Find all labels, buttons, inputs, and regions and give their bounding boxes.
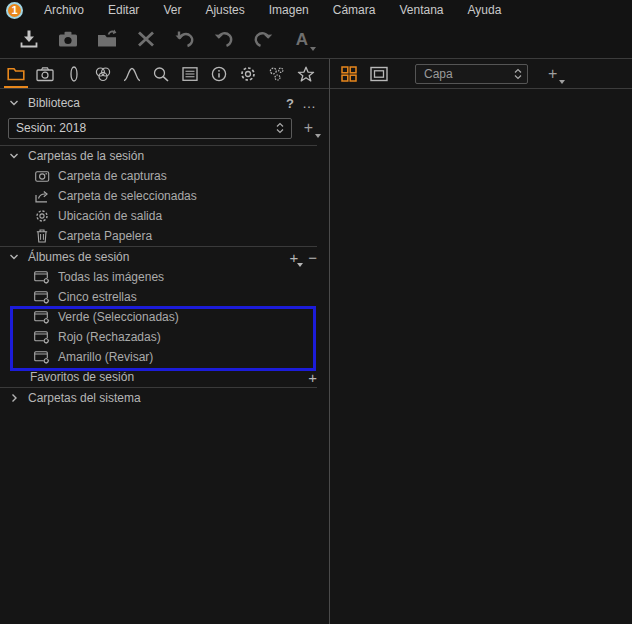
- tree-item-label: Verde (Seleccionadas): [58, 310, 179, 324]
- tree-item-label: Rojo (Rechazadas): [58, 330, 161, 344]
- tree-item-label: Amarillo (Revisar): [58, 350, 153, 364]
- capture-one-logo-icon: 1: [6, 2, 23, 19]
- add-session-button[interactable]: +: [300, 120, 317, 136]
- menu-editar[interactable]: Editar: [96, 3, 151, 17]
- menu-ajustes[interactable]: Ajustes: [193, 3, 256, 17]
- add-layer-glyph: +: [548, 65, 557, 82]
- tree-item-capture-folder[interactable]: Carpeta de capturas: [0, 166, 329, 186]
- selects-folder-icon: [34, 190, 50, 203]
- add-session-glyph: +: [304, 119, 313, 136]
- import-icon[interactable]: [17, 27, 41, 51]
- session-select[interactable]: Sesión: 2018: [8, 118, 292, 139]
- dropdown-caret-icon: [297, 263, 303, 267]
- info-tab-icon[interactable]: [209, 59, 229, 89]
- open-session-icon[interactable]: [95, 27, 119, 51]
- stepper-icon: [514, 67, 522, 81]
- section-label: Favoritos de sesión: [30, 370, 134, 384]
- section-session-albums[interactable]: Álbumes de sesión + −: [0, 247, 329, 267]
- dropdown-caret-icon: [310, 47, 316, 51]
- library-header: Biblioteca ? …: [0, 89, 329, 117]
- layer-select[interactable]: Capa: [415, 64, 528, 84]
- tree-item-label: Carpeta de capturas: [58, 169, 167, 183]
- chevron-down-icon: [8, 251, 20, 263]
- adjustments-tab-gear-icon[interactable]: [238, 59, 258, 89]
- smart-album-icon: [34, 270, 50, 284]
- section-session-folders[interactable]: Carpetas de la sesión: [0, 146, 329, 166]
- delete-icon[interactable]: [134, 27, 158, 51]
- dropdown-caret-icon: [559, 80, 565, 84]
- tree-item-five-stars[interactable]: Cinco estrellas: [0, 287, 329, 307]
- tools-panel: Biblioteca ? … Sesión: 2018 +: [0, 59, 330, 624]
- tree-item-label: Cinco estrellas: [58, 290, 137, 304]
- tree-item-label: Todas las imágenes: [58, 270, 164, 284]
- camera-icon[interactable]: [56, 27, 80, 51]
- add-album-button[interactable]: +: [289, 250, 298, 265]
- layer-select-value: Capa: [424, 67, 453, 81]
- process-tab-icon[interactable]: [267, 59, 287, 89]
- section-system-folders[interactable]: Carpetas del sistema: [0, 388, 329, 408]
- menu-ventana[interactable]: Ventana: [387, 3, 455, 17]
- trash-folder-icon: [34, 229, 50, 243]
- section-label: Carpetas de la sesión: [28, 149, 144, 163]
- smart-album-icon: [34, 310, 50, 324]
- help-icon[interactable]: ?: [278, 96, 302, 111]
- tree-item-output-location[interactable]: Ubicación de salida: [0, 206, 329, 226]
- viewer-toolbar: Capa +: [330, 59, 632, 89]
- undo-icon[interactable]: [212, 27, 236, 51]
- tree-item-red-rejects[interactable]: Rojo (Rechazadas): [0, 327, 329, 347]
- tree-item-all-images[interactable]: Todas las imágenes: [0, 267, 329, 287]
- tree-item-yellow-review[interactable]: Amarillo (Revisar): [0, 347, 329, 367]
- tree-item-trash-folder[interactable]: Carpeta Papelera: [0, 226, 329, 246]
- more-options-icon[interactable]: …: [302, 95, 317, 111]
- chevron-down-icon[interactable]: [8, 97, 20, 109]
- smart-album-icon: [34, 330, 50, 344]
- library-title: Biblioteca: [28, 96, 80, 110]
- exposure-tab-icon[interactable]: [122, 59, 142, 89]
- capture-tab-camera-icon[interactable]: [35, 59, 55, 89]
- image-viewer-area: [330, 89, 632, 624]
- capture-folder-camera-icon: [34, 170, 50, 182]
- viewer-panel: Capa +: [330, 59, 632, 624]
- menu-ver[interactable]: Ver: [151, 3, 193, 17]
- library-panel: Biblioteca ? … Sesión: 2018 +: [0, 89, 329, 624]
- chevron-down-icon: [8, 150, 20, 162]
- section-label: Álbumes de sesión: [28, 250, 129, 264]
- color-tab-icon[interactable]: [93, 59, 113, 89]
- tree-item-label: Carpeta de seleccionadas: [58, 189, 197, 203]
- tool-tab-bar: [0, 59, 329, 89]
- tree-item-selects-folder[interactable]: Carpeta de seleccionadas: [0, 186, 329, 206]
- lens-tab-icon[interactable]: [64, 59, 84, 89]
- section-label: Carpetas del sistema: [28, 391, 141, 405]
- smart-album-icon: [34, 290, 50, 304]
- ratings-tab-star-icon[interactable]: [296, 59, 316, 89]
- menu-imagen[interactable]: Imagen: [257, 3, 321, 17]
- menu-ayuda[interactable]: Ayuda: [456, 3, 514, 17]
- section-session-favorites[interactable]: Favoritos de sesión +: [0, 367, 329, 387]
- annotations-label: A: [296, 31, 308, 48]
- add-favorite-button[interactable]: +: [308, 370, 317, 385]
- tree-item-label: Carpeta Papelera: [58, 229, 152, 243]
- stepper-icon: [276, 121, 284, 135]
- dropdown-caret-icon: [315, 134, 321, 138]
- capture-one-window: 1 Archivo Editar Ver Ajustes Imagen Cáma…: [0, 0, 632, 624]
- reset-adjustments-icon[interactable]: [173, 27, 197, 51]
- metadata-tab-list-icon[interactable]: [180, 59, 200, 89]
- library-tab-folder-icon[interactable]: [6, 59, 26, 89]
- grid-view-icon[interactable]: [338, 63, 360, 85]
- add-layer-button[interactable]: +: [544, 66, 561, 82]
- menubar: 1 Archivo Editar Ver Ajustes Imagen Cáma…: [0, 0, 632, 20]
- menu-camara[interactable]: Cámara: [321, 3, 388, 17]
- chevron-right-icon: [8, 392, 20, 404]
- main-toolbar: A: [0, 20, 632, 59]
- annotations-icon[interactable]: A: [290, 27, 314, 51]
- menu-archivo[interactable]: Archivo: [32, 3, 96, 17]
- details-tab-magnifier-icon[interactable]: [151, 59, 171, 89]
- smart-album-icon: [34, 350, 50, 364]
- session-select-value: Sesión: 2018: [16, 121, 86, 135]
- remove-album-button[interactable]: −: [308, 250, 317, 265]
- redo-icon[interactable]: [251, 27, 275, 51]
- content-area: Biblioteca ? … Sesión: 2018 +: [0, 59, 632, 624]
- output-location-gear-icon: [34, 209, 50, 223]
- viewer-view-icon[interactable]: [368, 63, 390, 85]
- tree-item-green-selects[interactable]: Verde (Seleccionadas): [0, 307, 329, 327]
